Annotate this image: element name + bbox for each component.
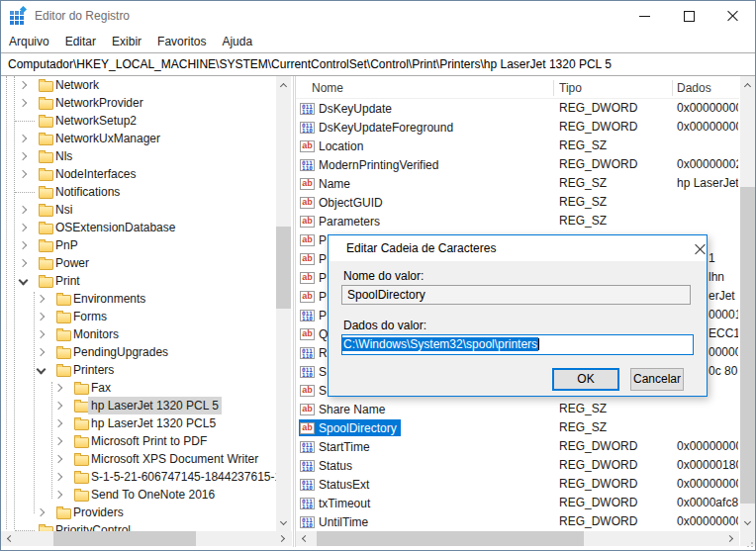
value-row-objectguid[interactable]: abObjectGUIDREG_SZ <box>296 193 739 212</box>
tree-item-send-to-onenote-2016[interactable]: Send To OneNote 2016 <box>1 486 276 504</box>
chevron-right-icon[interactable] <box>19 99 27 107</box>
value-row-untiltime[interactable]: 011 110UntilTimeREG_DWORD0x00000000 <box>296 512 739 531</box>
chevron-down-icon[interactable] <box>37 365 47 375</box>
column-header-tipo[interactable]: Tipo <box>559 78 668 98</box>
maximize-button[interactable] <box>667 1 711 31</box>
folder-icon <box>39 135 53 145</box>
tree-item-nodeinterfaces[interactable]: NodeInterfaces <box>1 165 276 183</box>
value-row-modernprintingverified[interactable]: 011 110ModernPrintingVerifiedREG_DWORD0x… <box>296 155 739 174</box>
list-vertical-scrollbar[interactable] <box>740 76 755 531</box>
list-hscroll-thumb[interactable] <box>317 531 584 546</box>
tree-item-print[interactable]: Print <box>1 272 276 290</box>
value-row-dskeyupdate[interactable]: 011 110DsKeyUpdateREG_DWORD0x00000000 <box>296 99 739 118</box>
tree-item-nls[interactable]: Nls <box>1 147 276 165</box>
value-row-share-name[interactable]: abShare NameREG_SZ <box>296 400 739 418</box>
chevron-right-icon[interactable] <box>54 473 62 481</box>
scroll-left-icon[interactable] <box>2 531 17 546</box>
list-horizontal-scrollbar[interactable] <box>296 531 739 546</box>
tree-item-label: NodeInterfaces <box>52 165 139 183</box>
value-data-input[interactable]: C:\Windows\System32\spool\printers <box>341 334 694 355</box>
chevron-right-icon[interactable] <box>19 224 27 231</box>
tree-item-microsoft-print-to-pdf[interactable]: Microsoft Print to PDF <box>1 432 276 450</box>
tree-item-providers[interactable]: Providers <box>1 504 276 521</box>
chevron-right-icon[interactable] <box>54 437 62 445</box>
tree-item-networksetup2[interactable]: NetworkSetup2 <box>1 112 276 130</box>
tree-item-pnp[interactable]: PnP <box>1 236 276 254</box>
tree-hscroll-thumb[interactable] <box>53 531 196 546</box>
list-vscroll-thumb[interactable] <box>740 187 755 504</box>
chevron-down-icon[interactable] <box>19 276 29 286</box>
scroll-down-icon[interactable] <box>276 515 291 530</box>
chevron-right-icon[interactable] <box>54 491 62 499</box>
value-row-dskeyupdateforeground[interactable]: 011 110DsKeyUpdateForegroundREG_DWORD0x0… <box>296 118 739 137</box>
chevron-right-icon[interactable] <box>54 384 62 392</box>
menu-item-favoritos[interactable]: Favoritos <box>149 31 214 52</box>
value-row-txtimeout[interactable]: 011 110txTimeoutREG_DWORD0x0000afc8 ( <box>296 494 739 512</box>
value-row-parameters[interactable]: abParametersREG_SZ <box>296 212 739 230</box>
tree-item-forms[interactable]: Forms <box>1 308 276 325</box>
chevron-right-icon[interactable] <box>19 259 27 267</box>
tree-item-monitors[interactable]: Monitors <box>1 325 276 343</box>
chevron-right-icon[interactable] <box>54 455 62 463</box>
chevron-right-icon[interactable] <box>37 313 45 321</box>
column-separator[interactable] <box>553 80 554 96</box>
tree-item-environments[interactable]: Environments <box>1 290 276 308</box>
value-row-name[interactable]: abNameREG_SZhp LaserJet <box>296 174 739 193</box>
tree-item-notifications[interactable]: Notifications <box>1 183 276 201</box>
tree-item-network[interactable]: Network <box>1 76 276 94</box>
tree-item-power[interactable]: Power <box>1 254 276 272</box>
column-header-dados[interactable]: Dados <box>677 78 736 98</box>
value-row-location[interactable]: abLocationREG_SZ <box>296 137 739 155</box>
menu-item-editar[interactable]: Editar <box>57 31 104 52</box>
tree-vertical-scrollbar[interactable] <box>276 76 291 531</box>
chevron-right-icon[interactable] <box>37 295 45 303</box>
tree-item-microsoft-xps-document-writer[interactable]: Microsoft XPS Document Writer <box>1 450 276 468</box>
value-type-cell: REG_DWORD <box>559 99 671 118</box>
scroll-right-icon[interactable] <box>275 531 290 546</box>
scroll-up-icon[interactable] <box>740 78 755 93</box>
value-row-spooldirectory[interactable]: abSpoolDirectoryREG_SZ <box>296 418 739 437</box>
tree-item-networkuxmanager[interactable]: NetworkUxManager <box>1 130 276 147</box>
tree-item-printers[interactable]: Printers <box>1 361 276 379</box>
tree-item-pendingupgrades[interactable]: PendingUpgrades <box>1 343 276 361</box>
close-button[interactable] <box>710 1 755 31</box>
tree-horizontal-scrollbar[interactable] <box>1 531 292 546</box>
tree-item-hp-laserjet-1320-pcl5[interactable]: hp LaserJet 1320 PCL5 <box>1 414 276 432</box>
tree-item-s-1-5-21-606747145-1844237615-180[interactable]: S-1-5-21-606747145-1844237615-180 <box>1 468 276 486</box>
cancel-button[interactable]: Cancelar <box>630 368 684 391</box>
scroll-right-icon[interactable] <box>723 531 738 546</box>
value-row-status[interactable]: 011 110StatusREG_DWORD0x00000180 <box>296 456 739 475</box>
chevron-right-icon[interactable] <box>37 508 45 516</box>
tree-item-hp-laserjet-1320-pcl-5[interactable]: hp LaserJet 1320 PCL 5 <box>1 397 276 414</box>
resize-grip[interactable] <box>740 531 755 546</box>
chevron-right-icon[interactable] <box>54 419 62 427</box>
tree-item-nsi[interactable]: Nsi <box>1 201 276 219</box>
column-separator[interactable] <box>672 80 673 96</box>
value-row-statusext[interactable]: 011 110StatusExtREG_DWORD0x00000000 <box>296 475 739 494</box>
menu-item-ajuda[interactable]: Ajuda <box>214 31 260 52</box>
tree-item-fax[interactable]: Fax <box>1 379 276 397</box>
value-type-cell: REG_SZ <box>559 174 671 193</box>
chevron-right-icon[interactable] <box>37 330 45 338</box>
chevron-right-icon[interactable] <box>19 135 27 142</box>
tree-vscroll-thumb[interactable] <box>276 227 291 309</box>
scroll-up-icon[interactable] <box>276 78 291 93</box>
scroll-down-icon[interactable] <box>740 515 755 530</box>
chevron-right-icon[interactable] <box>19 170 27 178</box>
chevron-right-icon[interactable] <box>19 152 27 160</box>
chevron-right-icon[interactable] <box>19 81 27 89</box>
scroll-left-icon[interactable] <box>297 531 312 546</box>
minimize-button[interactable] <box>622 1 667 31</box>
address-bar[interactable]: Computador\HKEY_LOCAL_MACHINE\SYSTEM\Cur… <box>1 52 755 76</box>
chevron-right-icon[interactable] <box>37 348 45 356</box>
ok-button[interactable]: OK <box>552 368 619 391</box>
value-row-starttime[interactable]: 011 110StartTimeREG_DWORD0x00000000 <box>296 437 739 456</box>
chevron-right-icon[interactable] <box>19 206 27 214</box>
menu-item-exibir[interactable]: Exibir <box>104 31 149 52</box>
tree-item-osextensiondatabase[interactable]: OSExtensionDatabase <box>1 219 276 236</box>
column-header-nome[interactable]: Nome <box>312 78 549 98</box>
chevron-right-icon[interactable] <box>54 402 62 410</box>
chevron-right-icon[interactable] <box>19 241 27 249</box>
tree-item-networkprovider[interactable]: NetworkProvider <box>1 94 276 112</box>
menu-item-arquivo[interactable]: Arquivo <box>1 31 57 52</box>
